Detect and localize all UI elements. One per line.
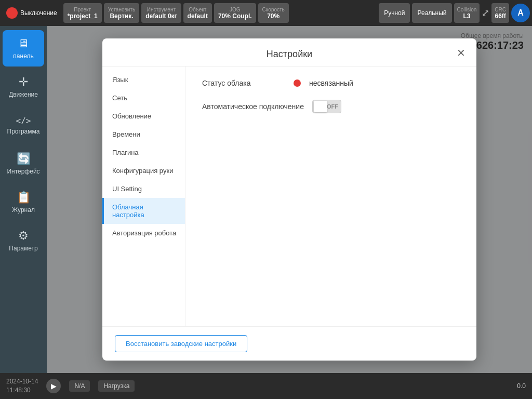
nav-item-plugin[interactable]: Плагина xyxy=(102,143,185,162)
param-icon: ⚙ xyxy=(18,229,29,243)
play-button[interactable]: ▶ xyxy=(46,379,61,393)
main-layout: 🖥 панель ✛ Движение </> Программа 🔄 Инте… xyxy=(0,26,532,373)
auto-connect-row: Автоматическое подключение OFF xyxy=(202,100,460,113)
settings-content: Статус облака несвязанный Автоматическое… xyxy=(185,66,476,326)
modal-title: Настройки xyxy=(267,49,312,60)
cloud-status-label: Статус облака xyxy=(202,79,285,87)
install-label: Установить xyxy=(108,7,136,12)
collision-segment: Collision L3 xyxy=(454,3,480,23)
speed-label: Скорость xyxy=(262,7,285,12)
avatar[interactable]: A xyxy=(511,4,530,22)
modal-footer: Восстановить заводские настройки xyxy=(102,326,476,361)
content-area: Общее время работы 4626:17:23 Настройки … xyxy=(47,26,532,373)
fullscreen-icon: ⤢ xyxy=(482,7,489,19)
manual-mode-button[interactable]: Ручной xyxy=(379,3,410,23)
nav-item-time[interactable]: Времени xyxy=(102,125,185,143)
sidebar-item-panel-label: панель xyxy=(13,52,33,60)
install-value: Вертик. xyxy=(110,12,133,20)
sidebar-item-program[interactable]: </> Программа xyxy=(3,107,44,143)
sidebar-item-param[interactable]: ⚙ Параметр xyxy=(3,222,44,259)
journal-icon: 📋 xyxy=(17,191,31,204)
toggle-off-label: OFF xyxy=(327,103,338,110)
install-segment: Установить Вертик. xyxy=(104,3,140,23)
time-line: 11:48:30 xyxy=(6,386,38,395)
collision-label: Collision xyxy=(457,7,477,12)
auto-connect-label: Автоматическое подключение xyxy=(202,102,304,111)
nav-item-ui-setting[interactable]: UI Setting xyxy=(102,180,185,198)
object-label: Объект xyxy=(189,7,206,12)
interface-icon: 🔄 xyxy=(17,152,31,166)
sidebar-item-motion[interactable]: ✛ Движение xyxy=(3,69,44,105)
nav-item-language[interactable]: Язык xyxy=(102,71,185,89)
settings-modal: Настройки ✕ Язык Сеть Обновление Времени… xyxy=(102,38,476,361)
cloud-status-text: несвязанный xyxy=(309,79,353,87)
sidebar-item-interface[interactable]: 🔄 Интерфейс xyxy=(3,145,44,182)
crc-value: 66ff xyxy=(495,12,506,20)
speed-value: 70% xyxy=(267,12,280,20)
motion-icon: ✛ xyxy=(19,75,28,89)
auto-connect-toggle[interactable]: OFF xyxy=(312,100,341,113)
crc-label: CRC xyxy=(495,7,506,12)
nav-item-arm-config[interactable]: Конфигурация руки xyxy=(102,162,185,180)
shutdown-button[interactable]: Выключение xyxy=(2,3,61,23)
bottombar: 2024-10-14 11:48:30 ▶ N/A Нагрузка 0.0 xyxy=(0,373,532,399)
collision-value: L3 xyxy=(463,12,470,20)
sidebar-item-interface-label: Интерфейс xyxy=(7,168,39,175)
modal-body: Язык Сеть Обновление Времени Плагина Кон… xyxy=(102,66,476,326)
na-label: N/A xyxy=(69,380,90,392)
real-mode-button[interactable]: Реальный xyxy=(412,3,451,23)
topbar-right: Ручной Реальный Collision L3 ⤢ CRC 66ff … xyxy=(379,3,530,23)
project-value: *project_1 xyxy=(68,12,98,20)
jog-label: JOG xyxy=(230,7,241,12)
jog-segment: JOG 70% Сoupl. xyxy=(214,3,256,23)
cloud-status-dot xyxy=(294,79,301,87)
nav-item-network[interactable]: Сеть xyxy=(102,89,185,107)
modal-overlay: Настройки ✕ Язык Сеть Обновление Времени… xyxy=(47,26,532,373)
sidebar-item-journal[interactable]: 📋 Журнал xyxy=(3,184,44,220)
toggle-thumb xyxy=(314,101,327,112)
tool-segment: Инструмент default 0кг xyxy=(141,3,181,23)
settings-nav: Язык Сеть Обновление Времени Плагина Кон… xyxy=(102,66,185,326)
object-value: default xyxy=(188,12,208,20)
tool-value: default 0кг xyxy=(145,12,177,20)
load-value: 0.0 xyxy=(517,382,526,390)
sidebar-item-panel[interactable]: 🖥 панель xyxy=(3,30,44,66)
crc-segment: CRC 66ff xyxy=(491,3,509,23)
restore-defaults-button[interactable]: Восстановить заводские настройки xyxy=(115,335,247,352)
modal-close-button[interactable]: ✕ xyxy=(454,46,468,60)
sidebar-item-param-label: Параметр xyxy=(9,245,37,252)
object-segment: Объект default xyxy=(183,3,212,23)
panel-icon: 🖥 xyxy=(18,37,29,50)
nav-item-update[interactable]: Обновление xyxy=(102,107,185,125)
tool-label: Инструмент xyxy=(147,7,176,12)
nav-item-cloud[interactable]: Облачная настройка xyxy=(102,198,185,224)
speed-segment: Скорость 70% xyxy=(258,3,289,23)
date-line: 2024-10-14 xyxy=(6,377,38,386)
cloud-status-row: Статус облака несвязанный xyxy=(202,79,460,87)
topbar: Выключение Проект *project_1 Установить … xyxy=(0,0,532,26)
sidebar-item-journal-label: Журнал xyxy=(12,206,35,214)
jog-value: 70% Сoupl. xyxy=(218,12,252,20)
sidebar-item-motion-label: Движение xyxy=(9,91,38,98)
sidebar-item-program-label: Программа xyxy=(7,128,40,135)
program-icon: </> xyxy=(16,116,31,126)
modal-header: Настройки ✕ xyxy=(102,38,476,66)
load-label: Нагрузка xyxy=(98,380,135,392)
datetime-display: 2024-10-14 11:48:30 xyxy=(6,377,38,395)
shutdown-icon xyxy=(6,7,18,19)
shutdown-label: Выключение xyxy=(20,9,57,17)
project-segment: Проект *project_1 xyxy=(63,3,102,23)
nav-item-auth[interactable]: Авторизация робота xyxy=(102,224,185,242)
project-label: Проект xyxy=(74,7,91,12)
sidebar: 🖥 панель ✛ Движение </> Программа 🔄 Инте… xyxy=(0,26,47,373)
